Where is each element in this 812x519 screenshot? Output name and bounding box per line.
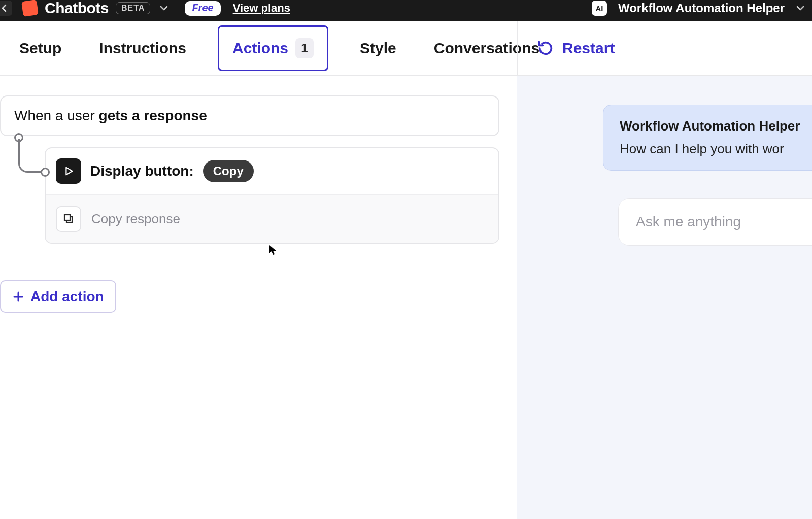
arrow-left-icon <box>1 4 9 12</box>
tab-setup[interactable]: Setup <box>13 21 67 75</box>
tab-bar: Setup Instructions Actions 1 Style Conve… <box>0 21 812 76</box>
copy-icon <box>56 206 81 232</box>
restart-button[interactable]: Restart <box>537 40 615 57</box>
main: When a user gets a response Display butt… <box>0 76 812 519</box>
action-subrow[interactable]: Copy response <box>46 194 498 243</box>
flow-connector <box>16 136 52 177</box>
top-bar: Chatbots BETA Free View plans AI Workflo… <box>0 0 812 21</box>
chat-preview: Workflow Automation Helper How can I hel… <box>517 76 812 519</box>
bot-message: Workflow Automation Helper How can I hel… <box>603 105 812 171</box>
restart-label: Restart <box>562 40 615 57</box>
tab-actions-count: 1 <box>295 38 314 58</box>
bot-greeting: How can I help you with wor <box>620 141 812 157</box>
chevron-down-icon <box>159 4 168 13</box>
chat-input[interactable]: Ask me anything <box>618 198 812 246</box>
view-plans-link[interactable]: View plans <box>233 2 290 15</box>
flow-node-icon <box>41 168 50 177</box>
plus-icon <box>12 290 24 303</box>
chat-input-placeholder: Ask me anything <box>636 214 741 230</box>
action-label: Display button: <box>90 163 194 179</box>
ai-badge: AI <box>592 1 607 16</box>
trigger-event: gets a response <box>99 108 207 123</box>
add-action-label: Add action <box>30 288 104 305</box>
action-header: Display button: Copy <box>46 148 498 194</box>
app-title: Chatbots <box>45 0 109 17</box>
play-icon <box>56 158 81 184</box>
tab-conversations[interactable]: Conversations <box>428 21 546 75</box>
trigger-prefix: When a user <box>14 108 99 123</box>
plan-pill: Free <box>185 1 220 16</box>
tab-instructions[interactable]: Instructions <box>93 21 192 75</box>
cursor-icon <box>269 245 277 256</box>
actions-editor: When a user gets a response Display butt… <box>0 76 517 519</box>
tab-actions-label: Actions <box>232 40 288 57</box>
svg-rect-1 <box>64 215 70 220</box>
brand-dropdown[interactable] <box>159 4 168 13</box>
tab-style[interactable]: Style <box>354 21 402 75</box>
add-action-button[interactable]: Add action <box>0 280 116 313</box>
beta-badge: BETA <box>116 2 150 14</box>
action-sub-label: Copy response <box>91 211 180 227</box>
workspace-dropdown[interactable] <box>796 4 805 13</box>
workspace-name[interactable]: Workflow Automation Helper <box>618 1 785 15</box>
back-button[interactable] <box>0 1 12 16</box>
chevron-down-icon <box>796 4 805 13</box>
bot-name: Workflow Automation Helper <box>620 118 812 134</box>
tab-actions[interactable]: Actions 1 <box>218 25 328 71</box>
action-chip: Copy <box>203 160 254 182</box>
action-card[interactable]: Display button: Copy Copy response <box>45 147 499 244</box>
trigger-card[interactable]: When a user gets a response <box>0 95 499 136</box>
app-logo <box>21 0 39 17</box>
restart-icon <box>537 40 554 57</box>
